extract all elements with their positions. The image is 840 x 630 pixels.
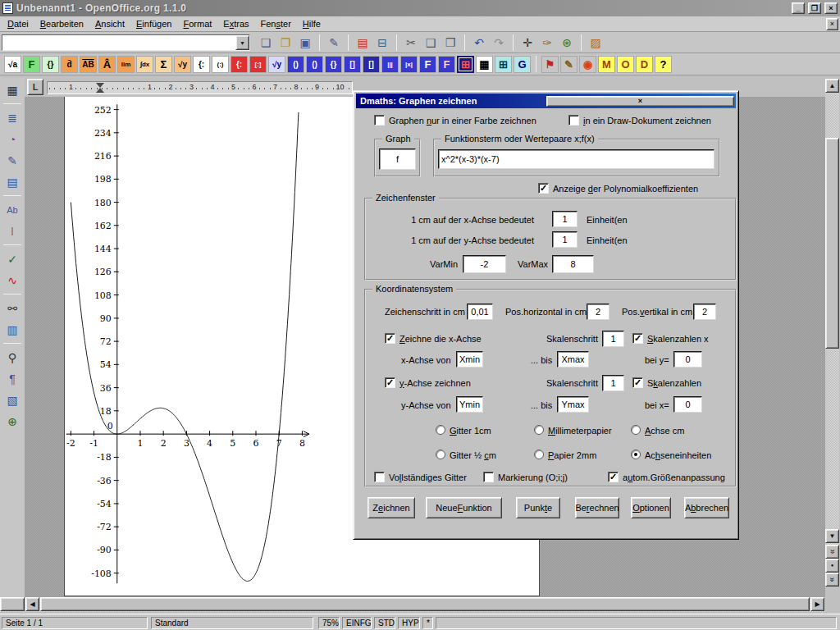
undo-icon[interactable]: ↶ [470,34,488,52]
nonprinting-chars-icon[interactable]: ¶ [2,369,22,388]
insert-table-icon[interactable]: ▦ [2,80,22,99]
y-scale-input[interactable] [552,231,578,248]
paste-icon[interactable]: ❒ [441,34,459,52]
cut-icon[interactable]: ✂ [402,34,420,52]
copy-icon[interactable]: ❑ [422,34,440,52]
navigation-icon[interactable]: ● [825,559,839,573]
sqrt-icon[interactable]: √a [4,56,21,73]
geometry-icon[interactable]: G [514,56,531,73]
tab-type-selector[interactable]: L [27,79,43,95]
graph-name-input[interactable] [379,148,416,170]
vertical-scrollbar[interactable]: ▲ ▼ « ● » [825,79,839,586]
dialog-close-button[interactable]: × [546,96,734,107]
pos-vertikal-input[interactable] [693,304,716,320]
pencil-icon[interactable]: ✎ [560,56,578,73]
new-document-icon[interactable]: ❏ [257,34,275,52]
find-icon[interactable]: ⚯ [2,299,22,317]
zeichenschritt-input[interactable] [467,304,493,320]
minimize-button[interactable]: _ [792,2,805,14]
integral-icon[interactable]: ∫dx [136,56,153,73]
graphics-toggle-icon[interactable]: ▧ [2,390,22,409]
margin-marker-icon[interactable] [95,83,104,94]
function-cursor-icon[interactable]: F [438,56,455,73]
autotext-icon[interactable]: Ab [2,200,22,219]
skalenzahlen-x-checkbox[interactable] [632,333,643,344]
sum-icon[interactable]: Σ [155,56,172,73]
menu-item-8[interactable]: Hilfe [297,17,326,30]
hyperlink-mode-status[interactable]: HYP [398,617,420,629]
single-color-checkbox[interactable] [374,115,385,126]
blue-function-icon[interactable]: F [419,56,436,73]
red-bracket-icon[interactable]: [:] [249,56,267,73]
insert-object-icon[interactable]: ◔ [2,130,22,148]
d-icon[interactable]: D [636,56,653,73]
draw-document-checkbox[interactable] [568,115,579,126]
online-layout-icon[interactable]: ⊕ [2,412,22,431]
y-axis-to-input[interactable] [557,396,589,413]
skalenzahlen-y-checkbox[interactable] [632,377,643,388]
scroll-up-icon[interactable]: ▲ [825,79,839,93]
document-close-button[interactable]: × [826,18,838,30]
berechnen-button[interactable]: Berechnen [575,497,619,518]
gitter-halb-cm-radio[interactable] [436,450,445,459]
markierung-checkbox[interactable] [483,472,494,482]
gallery-icon[interactable]: ▨ [587,34,605,52]
menu-item-4[interactable]: Einfügen [130,17,177,30]
menu-item-1[interactable]: Datei [2,17,34,30]
varmax-input[interactable] [552,255,594,273]
data-sources-icon[interactable]: ▥ [2,320,22,339]
close-button[interactable]: × [824,2,838,14]
abs-icon[interactable]: |x| [400,56,418,73]
small-grid-icon[interactable]: ⊞ [495,56,512,73]
selection-mode-status[interactable]: STD [374,617,395,629]
m-icon[interactable]: M [598,56,615,73]
maximize-button[interactable]: ❐ [808,2,821,14]
gitter-1cm-radio[interactable] [436,425,445,435]
parens-alt-icon[interactable]: () [306,56,323,73]
url-combo-input[interactable] [2,36,235,49]
export-pdf-icon[interactable]: ▤ [354,34,372,52]
next-page-icon[interactable]: » [825,573,839,587]
pos-horizontal-input[interactable] [587,304,609,320]
zoom-status[interactable]: 75% [318,617,340,629]
open-icon[interactable]: ❐ [276,34,294,52]
x-axis-to-input[interactable] [557,351,589,368]
auto-spellcheck-icon[interactable]: ∿ [2,271,22,290]
edit-file-icon[interactable]: ✎ [325,34,343,52]
insert-section-icon[interactable]: ≣ [2,108,22,127]
vertical-scroll-thumb[interactable] [825,138,839,349]
skalenschritt-x-input[interactable] [602,331,624,347]
function-style-icon[interactable]: F [23,56,40,73]
red-brace-icon[interactable]: {: [231,56,248,73]
page-status[interactable]: Seite 1 / 1 [2,617,148,629]
dialog-title-bar[interactable]: Dmaths: Graphen zeichnen × [356,94,736,108]
draw-y-axis-checkbox[interactable] [385,377,395,388]
root-icon[interactable]: √y [174,56,191,73]
save-icon[interactable]: ▣ [296,34,314,52]
blue-braces-icon[interactable]: {} [325,56,342,73]
menu-item-5[interactable]: Format [177,17,217,30]
draw-graph-icon[interactable]: ⊞ [457,56,474,73]
menu-item-6[interactable]: Extras [217,17,254,30]
blue-brackets-alt-icon[interactable]: [] [363,56,380,73]
horizontal-scrollbar[interactable]: ◀ ▶ [0,597,825,612]
insert-mode-status[interactable]: EINFG [342,617,372,629]
limit-icon[interactable]: lim [117,56,135,73]
horizontal-scroll-thumb[interactable] [40,597,810,611]
x-axis-from-input[interactable] [456,351,483,368]
paren-colon-icon[interactable]: (:) [212,56,229,73]
menu-item-3[interactable]: Ansicht [89,17,130,30]
direct-cursor-icon[interactable]: I [2,221,22,240]
parens-icon[interactable]: () [287,56,304,73]
scroll-down-icon[interactable]: ▼ [825,529,839,543]
brace-colon-icon[interactable]: {: [193,56,210,73]
achseneinheiten-radio[interactable] [631,450,641,459]
draw-functions-icon[interactable]: ✎ [2,151,22,170]
y-axis-from-input[interactable] [456,396,483,413]
spiral-icon[interactable]: ◉ [579,56,596,73]
abbrechen-button[interactable]: Abbrechen [684,497,729,518]
navigator-icon[interactable]: ✛ [518,34,536,52]
scroll-left-icon[interactable]: ◀ [25,597,39,611]
vector-icon[interactable]: d̄ [61,56,78,73]
flag-icon[interactable]: ⚑ [541,56,559,73]
